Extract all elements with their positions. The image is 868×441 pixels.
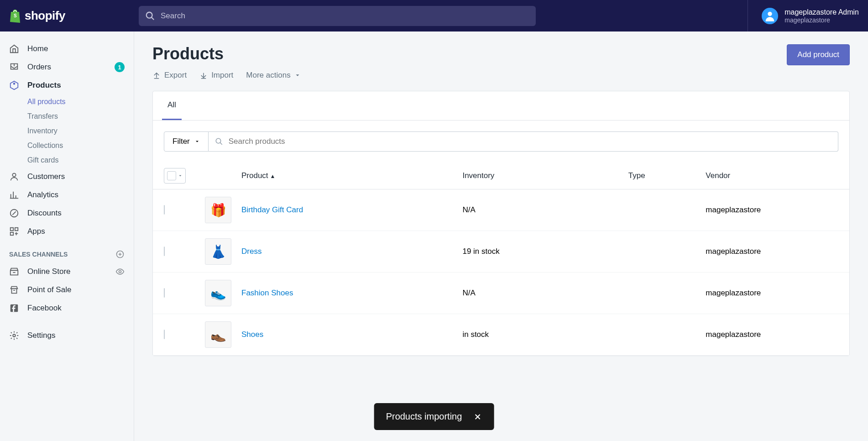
product-link[interactable]: Shoes [241, 330, 263, 339]
subnav-collections[interactable]: Collections [27, 138, 134, 153]
table-row[interactable]: 👗 Dress 19 in stock mageplazastore [153, 231, 849, 273]
subnav-gift-cards[interactable]: Gift cards [27, 153, 134, 168]
pos-icon [9, 285, 19, 295]
svg-point-11 [119, 271, 121, 273]
import-button[interactable]: Import [199, 71, 233, 80]
table-row[interactable]: 🎁 Birthday Gift Card N/A mageplazastore [153, 189, 849, 231]
column-product[interactable]: Product▲ [241, 171, 462, 180]
sidebar-item-products[interactable]: Products [0, 76, 134, 94]
products-icon [9, 80, 19, 90]
channel-facebook[interactable]: Facebook [0, 299, 134, 317]
channel-label: Facebook [27, 304, 62, 313]
sidebar-label: Analytics [27, 190, 58, 200]
logo[interactable]: S shopify [9, 9, 134, 23]
row-checkbox[interactable] [164, 205, 165, 215]
vendor-cell: mageplazastore [706, 330, 838, 339]
svg-point-3 [768, 11, 772, 16]
home-icon [9, 44, 19, 54]
column-type[interactable]: Type [628, 171, 706, 180]
product-thumbnail: 👗 [205, 238, 231, 265]
facebook-icon [9, 303, 19, 313]
vendor-cell: mageplazastore [706, 205, 838, 215]
table-row[interactable]: 👟 Fashion Shoes N/A mageplazastore [153, 273, 849, 314]
product-link[interactable]: Birthday Gift Card [241, 205, 303, 214]
filter-button[interactable]: Filter [164, 131, 209, 152]
chevron-down-icon [294, 72, 301, 79]
sidebar-item-settings[interactable]: Settings [0, 326, 134, 345]
sidebar-label: Discounts [27, 209, 62, 218]
row-checkbox[interactable] [164, 288, 165, 298]
subnav-all-products[interactable]: All products [27, 94, 134, 109]
discounts-icon [9, 208, 19, 218]
select-all-checkbox[interactable] [164, 168, 186, 184]
search-icon [215, 137, 223, 146]
sidebar-item-apps[interactable]: Apps [0, 222, 134, 241]
svg-point-1 [146, 12, 152, 18]
sidebar-label: Products [27, 81, 61, 90]
product-link[interactable]: Dress [241, 247, 261, 256]
vendor-cell: mageplazastore [706, 247, 838, 256]
table-row[interactable]: 👞 Shoes in stock mageplazastore [153, 314, 849, 356]
sidebar: Home Orders 1 Products All products Tran… [0, 31, 134, 441]
sort-asc-icon: ▲ [270, 173, 276, 179]
sales-channels-header: SALES CHANNELS [0, 241, 134, 262]
orders-icon [9, 62, 19, 72]
close-icon[interactable] [473, 412, 482, 421]
sidebar-item-customers[interactable]: Customers [0, 168, 134, 186]
product-thumbnail: 👞 [205, 321, 231, 348]
svg-line-15 [220, 142, 222, 145]
user-menu[interactable]: mageplazastore Admin mageplazastore [748, 0, 859, 31]
sidebar-label: Settings [27, 331, 55, 340]
products-table: Product▲ Inventory Type Vendor 🎁 Birthda… [153, 163, 849, 356]
export-button[interactable]: Export [152, 71, 187, 80]
sidebar-item-analytics[interactable]: Analytics [0, 186, 134, 204]
svg-point-14 [216, 138, 221, 143]
toast-notification: Products importing [374, 403, 494, 430]
global-search-input[interactable] [139, 6, 536, 26]
user-name: mageplazastore Admin [784, 8, 859, 16]
row-checkbox[interactable] [164, 247, 165, 256]
shopify-bag-icon: S [9, 9, 21, 23]
subnav-inventory[interactable]: Inventory [27, 124, 134, 138]
product-link[interactable]: Fashion Shoes [241, 289, 293, 297]
orders-badge: 1 [115, 62, 125, 72]
svg-point-4 [14, 83, 15, 84]
topbar: S shopify mageplazastore Admin mageplaza… [0, 0, 868, 31]
product-search-input[interactable] [209, 131, 838, 152]
add-product-button[interactable]: Add product [787, 44, 850, 65]
main-content: Products Export Import More actions [134, 31, 868, 441]
add-channel-icon[interactable] [115, 250, 125, 259]
column-vendor[interactable]: Vendor [706, 171, 838, 180]
inventory-cell: N/A [462, 205, 628, 215]
analytics-icon [9, 190, 19, 200]
apps-icon [9, 226, 19, 236]
column-inventory[interactable]: Inventory [462, 171, 628, 180]
sidebar-item-orders[interactable]: Orders 1 [0, 58, 134, 76]
svg-rect-8 [15, 228, 18, 231]
subnav-transfers[interactable]: Transfers [27, 109, 134, 124]
table-header: Product▲ Inventory Type Vendor [153, 163, 849, 189]
product-thumbnail: 🎁 [205, 197, 231, 223]
channel-label: Point of Sale [27, 285, 71, 294]
avatar [762, 8, 778, 24]
chevron-down-icon [178, 173, 183, 178]
channel-online-store[interactable]: Online Store [0, 262, 134, 281]
tabs: All [153, 91, 849, 121]
svg-text:S: S [14, 13, 17, 18]
user-text: mageplazastore Admin mageplazastore [784, 8, 859, 24]
sidebar-item-discounts[interactable]: Discounts [0, 204, 134, 222]
checkbox-icon [167, 171, 176, 180]
tab-all[interactable]: All [162, 91, 182, 120]
page-actions: Export Import More actions [152, 71, 301, 80]
sidebar-item-home[interactable]: Home [0, 40, 134, 58]
svg-rect-9 [10, 232, 13, 235]
more-actions-button[interactable]: More actions [246, 71, 300, 80]
channel-pos[interactable]: Point of Sale [0, 281, 134, 299]
eye-icon[interactable] [115, 267, 125, 276]
row-checkbox[interactable] [164, 330, 165, 339]
inventory-cell: in stock [462, 330, 628, 339]
sidebar-label: Home [27, 44, 48, 53]
filter-row: Filter [153, 121, 849, 163]
brand-text: shopify [25, 9, 65, 23]
svg-rect-7 [10, 228, 13, 231]
